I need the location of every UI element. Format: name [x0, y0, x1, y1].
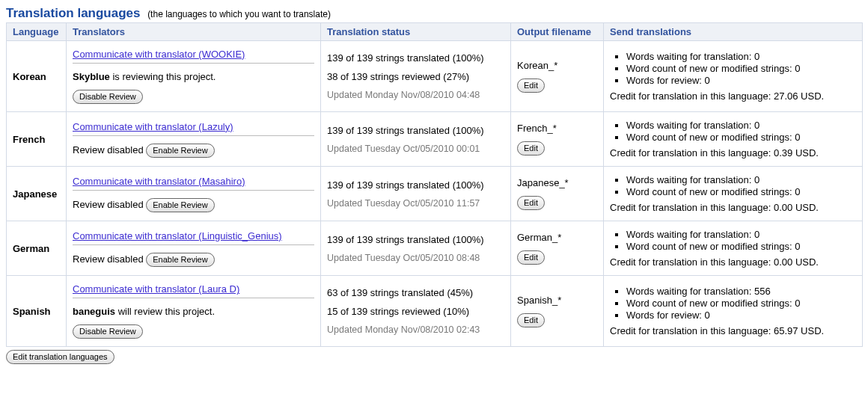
- separator: [73, 244, 314, 245]
- col-status: Translation status: [321, 23, 511, 41]
- separator: [73, 63, 314, 64]
- translators-cell: Communicate with translator (Masahiro)Re…: [67, 167, 321, 221]
- edit-output-button[interactable]: Edit: [517, 313, 545, 327]
- disable-review-button[interactable]: Disable Review: [73, 324, 143, 339]
- reviewer-text: Skyblue is reviewing this project.: [73, 71, 314, 82]
- words-waiting-item: Words waiting for translation: 556: [626, 286, 856, 297]
- edit-output-button[interactable]: Edit: [517, 250, 545, 265]
- status-line: 38 of 139 strings reviewed (27%): [327, 71, 504, 82]
- status-updated: Updated Tuesday Oct/05/2010 00:01: [327, 144, 504, 154]
- send-cell: Words waiting for translation: 556Word c…: [604, 276, 863, 347]
- communicate-translator-link[interactable]: Communicate with translator (Lazuly): [73, 121, 233, 132]
- credit-line: Credit for translation in this language:…: [610, 325, 856, 336]
- col-language: Language: [7, 23, 67, 41]
- send-cell: Words waiting for translation: 0Word cou…: [604, 221, 863, 276]
- reviewer-name: Skyblue: [73, 71, 110, 82]
- translators-cell: Communicate with translator (WOOKIE)Skyb…: [67, 41, 321, 112]
- communicate-translator-link[interactable]: Communicate with translator (Laura D): [73, 283, 239, 295]
- words-waiting-item: Words waiting for translation: 0: [626, 174, 856, 185]
- words-waiting-item: Words waiting for translation: 0: [626, 229, 856, 240]
- status-line: 139 of 139 strings translated (100%): [327, 125, 504, 136]
- send-list: Words waiting for translation: 556Word c…: [610, 286, 856, 321]
- send-cell: Words waiting for translation: 0Word cou…: [604, 112, 863, 167]
- word-count-new-item: Word count of new or modified strings: 0: [626, 298, 856, 309]
- table-row: FrenchCommunicate with translator (Lazul…: [7, 112, 863, 167]
- credit-line: Credit for translation in this language:…: [610, 147, 856, 159]
- status-updated: Updated Tuesday Oct/05/2010 11:57: [327, 198, 504, 209]
- disable-review-button[interactable]: Disable Review: [73, 90, 143, 104]
- output-filename: Korean_*: [517, 60, 597, 71]
- language-cell: German: [7, 221, 67, 276]
- separator: [73, 135, 314, 136]
- reviewer-suffix: will review this project.: [115, 306, 215, 317]
- separator: [73, 298, 314, 298]
- reviewer-suffix: is reviewing this project.: [110, 71, 216, 82]
- language-cell: Spanish: [7, 276, 67, 347]
- status-updated: Updated Monday Nov/08/2010 02:43: [327, 324, 504, 335]
- reviewer-text: baneguis will review this project.: [73, 306, 314, 317]
- word-count-new-item: Word count of new or modified strings: 0: [626, 241, 856, 252]
- credit-line: Credit for translation in this language:…: [610, 202, 856, 213]
- status-line: 139 of 139 strings translated (100%): [327, 52, 504, 64]
- words-waiting-item: Words waiting for translation: 0: [626, 51, 856, 62]
- word-count-new-item: Word count of new or modified strings: 0: [626, 132, 856, 143]
- table-row: KoreanCommunicate with translator (WOOKI…: [7, 41, 863, 112]
- words-for-review-item: Words for review: 0: [626, 75, 856, 86]
- status-updated: Updated Tuesday Oct/05/2010 08:48: [327, 253, 504, 263]
- separator: [73, 190, 314, 191]
- table-row: JapaneseCommunicate with translator (Mas…: [7, 167, 863, 221]
- output-cell: Japanese_*Edit: [511, 167, 604, 221]
- words-waiting-item: Words waiting for translation: 0: [626, 120, 856, 131]
- enable-review-button[interactable]: Enable Review: [146, 144, 214, 158]
- status-cell: 139 of 139 strings translated (100%)38 o…: [321, 41, 511, 112]
- send-list: Words waiting for translation: 0Word cou…: [610, 51, 856, 86]
- communicate-translator-link[interactable]: Communicate with translator (Masahiro): [73, 176, 245, 187]
- col-translators: Translators: [67, 23, 321, 41]
- word-count-new-item: Word count of new or modified strings: 0: [626, 186, 856, 197]
- status-cell: 139 of 139 strings translated (100%)Upda…: [321, 112, 511, 167]
- communicate-translator-link[interactable]: Communicate with translator (WOOKIE): [73, 49, 245, 60]
- edit-translation-languages-button[interactable]: Edit translation languages: [6, 350, 114, 364]
- page-title: Translation languages: [6, 6, 141, 21]
- review-disabled-text: Review disabled: [73, 199, 146, 210]
- send-cell: Words waiting for translation: 0Word cou…: [604, 41, 863, 112]
- send-list: Words waiting for translation: 0Word cou…: [610, 229, 856, 252]
- output-cell: German_*Edit: [511, 221, 604, 276]
- status-line: 15 of 139 strings reviewed (10%): [327, 306, 504, 317]
- edit-output-button[interactable]: Edit: [517, 141, 545, 156]
- review-disabled-text: Review disabled: [73, 144, 146, 156]
- send-list: Words waiting for translation: 0Word cou…: [610, 120, 856, 143]
- edit-output-button[interactable]: Edit: [517, 79, 545, 93]
- send-cell: Words waiting for translation: 0Word cou…: [604, 167, 863, 221]
- output-filename: French_*: [517, 123, 597, 134]
- language-cell: French: [7, 112, 67, 167]
- enable-review-button[interactable]: Enable Review: [146, 253, 214, 267]
- table-row: SpanishCommunicate with translator (Laur…: [7, 276, 863, 347]
- language-cell: Korean: [7, 41, 67, 112]
- page-subtitle: (the languages to which you want to tran…: [147, 9, 331, 19]
- status-line: 139 of 139 strings translated (100%): [327, 179, 504, 191]
- status-cell: 139 of 139 strings translated (100%)Upda…: [321, 221, 511, 276]
- communicate-translator-link[interactable]: Communicate with translator (Linguistic_…: [73, 230, 282, 241]
- edit-output-button[interactable]: Edit: [517, 196, 545, 210]
- reviewer-name: baneguis: [73, 306, 115, 317]
- word-count-new-item: Word count of new or modified strings: 0: [626, 63, 856, 74]
- output-filename: Japanese_*: [517, 177, 597, 188]
- output-cell: French_*Edit: [511, 112, 604, 167]
- words-for-review-item: Words for review: 0: [626, 310, 856, 321]
- page-header: Translation languages (the languages to …: [6, 6, 862, 21]
- status-cell: 139 of 139 strings translated (100%)Upda…: [321, 167, 511, 221]
- status-line: 63 of 139 strings translated (45%): [327, 287, 504, 298]
- enable-review-button[interactable]: Enable Review: [146, 198, 214, 212]
- output-filename: German_*: [517, 232, 597, 243]
- credit-line: Credit for translation in this language:…: [610, 256, 856, 268]
- language-cell: Japanese: [7, 167, 67, 221]
- col-output: Output filename: [511, 23, 604, 41]
- status-cell: 63 of 139 strings translated (45%)15 of …: [321, 276, 511, 347]
- output-cell: Spanish_*Edit: [511, 276, 604, 347]
- status-line: 139 of 139 strings translated (100%): [327, 234, 504, 245]
- table-row: GermanCommunicate with translator (Lingu…: [7, 221, 863, 276]
- col-send: Send translations: [604, 23, 863, 41]
- translators-cell: Communicate with translator (Laura D)ban…: [67, 276, 321, 347]
- output-cell: Korean_*Edit: [511, 41, 604, 112]
